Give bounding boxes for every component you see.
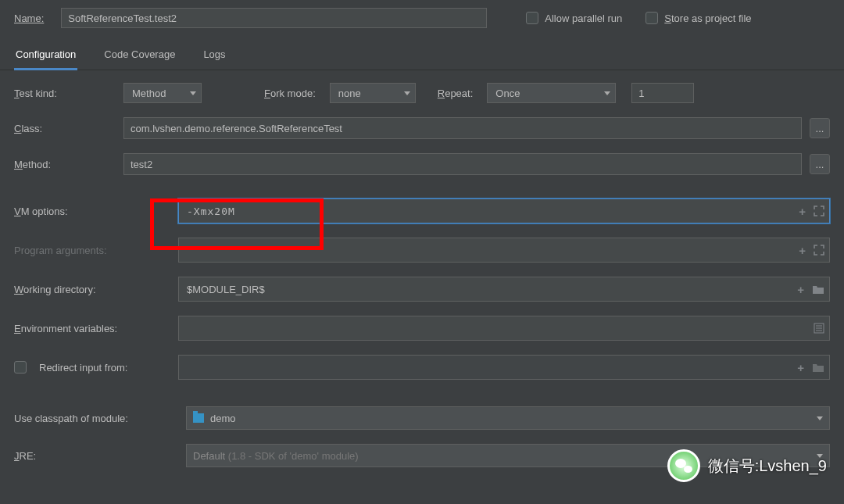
working-dir-input[interactable]: $MODULE_DIR$ <box>178 277 830 302</box>
config-panel: Test kind: Method Fork mode: none Repeat… <box>0 70 844 467</box>
fork-mode-label: Fork mode: <box>264 88 316 99</box>
tab-code-coverage[interactable]: Code Coverage <box>102 44 177 70</box>
folder-icon <box>812 363 824 373</box>
repeat-dropdown[interactable]: Once <box>487 83 616 103</box>
test-kind-dropdown[interactable]: Method <box>123 83 202 103</box>
header-row: Name: Allow parallel run Store as projec… <box>0 0 844 28</box>
checkbox-icon <box>526 12 538 24</box>
tab-configuration[interactable]: Configuration <box>14 44 77 70</box>
name-label: Name: <box>14 13 44 24</box>
vm-options-label: VM options: <box>14 206 170 217</box>
class-input[interactable] <box>123 117 802 139</box>
env-vars-input[interactable] <box>178 316 830 341</box>
checkbox-icon <box>14 361 27 374</box>
jre-label: JRE: <box>14 450 178 462</box>
working-dir-label: Working directory: <box>14 284 170 295</box>
name-input[interactable] <box>61 8 487 28</box>
program-args-input[interactable] <box>178 238 830 263</box>
allow-parallel-checkbox[interactable]: Allow parallel run <box>526 12 622 24</box>
chevron-down-icon <box>817 416 823 420</box>
class-browse-button[interactable]: ... <box>810 118 830 138</box>
method-input[interactable] <box>123 153 802 175</box>
store-project-label: Store as project file <box>664 13 751 24</box>
use-classpath-value: demo <box>210 413 236 424</box>
chevron-down-icon <box>604 91 610 95</box>
vm-options-input[interactable]: -Xmx20M <box>178 198 830 223</box>
class-label: Class: <box>14 123 116 134</box>
repeat-count-input[interactable] <box>631 83 694 103</box>
tab-bar: Configuration Code Coverage Logs <box>0 38 844 70</box>
plus-icon[interactable] <box>799 244 806 257</box>
method-browse-button[interactable]: ... <box>810 154 830 174</box>
plus-icon[interactable] <box>797 283 804 296</box>
plus-icon <box>797 361 804 374</box>
test-kind-value: Method <box>132 88 166 99</box>
program-args-label: Program arguments: <box>14 245 170 256</box>
redirect-input <box>178 355 830 380</box>
expand-icon[interactable] <box>814 206 824 216</box>
use-classpath-label: Use classpath of module: <box>14 413 178 424</box>
list-icon[interactable] <box>814 323 824 334</box>
redirect-label: Redirect input from: <box>39 362 127 374</box>
fork-mode-dropdown[interactable]: none <box>330 83 416 103</box>
tab-logs[interactable]: Logs <box>202 44 227 70</box>
chevron-down-icon <box>190 91 196 95</box>
store-project-checkbox[interactable]: Store as project file <box>646 12 751 24</box>
module-icon <box>193 413 204 423</box>
wechat-icon <box>667 449 700 481</box>
use-classpath-dropdown[interactable]: demo <box>186 406 830 430</box>
plus-icon[interactable] <box>799 205 806 218</box>
checkbox-icon <box>646 12 658 24</box>
repeat-value: Once <box>495 88 520 99</box>
jre-value: Default (1.8 - SDK of 'demo' module) <box>193 450 359 462</box>
chevron-down-icon <box>404 91 410 95</box>
expand-icon[interactable] <box>814 245 824 256</box>
method-label: Method: <box>14 159 116 170</box>
fork-mode-value: none <box>338 88 361 99</box>
env-vars-label: Environment variables: <box>14 323 170 334</box>
test-kind-label: Test kind: <box>14 88 116 99</box>
repeat-label: Repeat: <box>438 88 474 99</box>
redirect-checkbox[interactable]: Redirect input from: <box>14 361 170 374</box>
allow-parallel-label: Allow parallel run <box>545 13 622 24</box>
watermark: 微信号: Lvshen_9 <box>667 449 827 481</box>
working-dir-value: $MODULE_DIR$ <box>187 284 265 295</box>
folder-icon[interactable] <box>812 284 824 295</box>
vm-options-value: -Xmx20M <box>187 206 235 217</box>
